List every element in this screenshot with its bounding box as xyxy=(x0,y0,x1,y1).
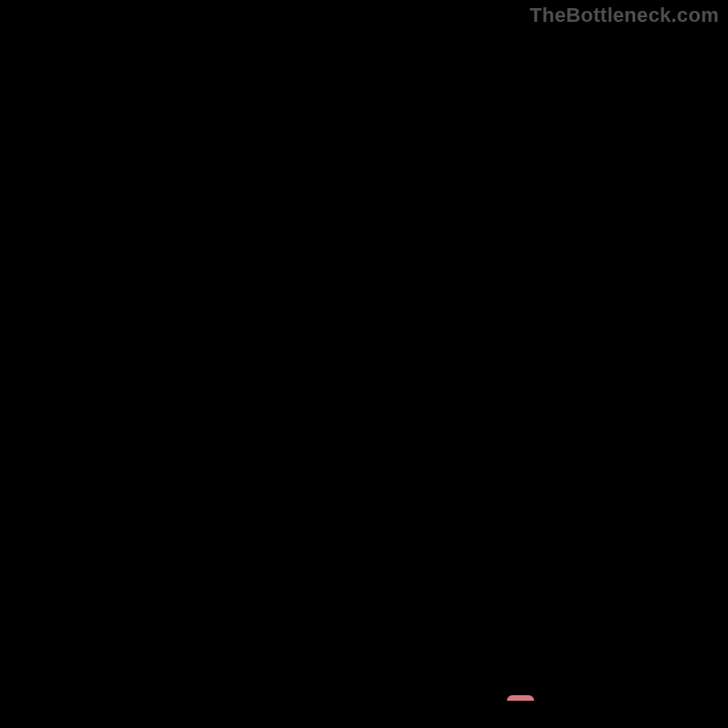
curve-path xyxy=(49,27,723,701)
chart-frame: TheBottleneck.com xyxy=(0,0,728,728)
plot-area xyxy=(49,27,723,701)
optimum-marker xyxy=(507,695,534,701)
bottleneck-curve xyxy=(49,27,723,701)
watermark-text: TheBottleneck.com xyxy=(530,4,719,27)
